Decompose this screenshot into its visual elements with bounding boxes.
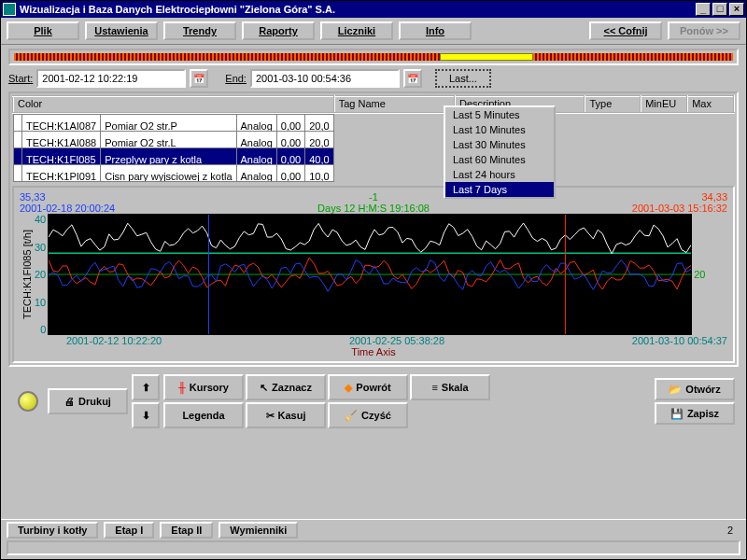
- menu-ustawienia[interactable]: Ustawienia: [85, 21, 158, 40]
- menu-liczniki[interactable]: Liczniki: [320, 21, 393, 40]
- app-window: Wizualizacja i Baza Danych Elektrociepło…: [0, 0, 747, 560]
- x-tick-left: 2001-02-12 10:22:20: [66, 335, 162, 346]
- dropdown-item[interactable]: Last 24 hours: [445, 167, 554, 182]
- main-panel: Color Tag Name Description Type MinEU Ma…: [8, 91, 739, 367]
- status-etap1[interactable]: Etap I: [104, 522, 154, 539]
- row-color: [14, 115, 22, 132]
- otworz-label: Otwórz: [685, 384, 720, 395]
- minimize-button[interactable]: _: [696, 3, 711, 16]
- chart-plot[interactable]: [48, 214, 692, 335]
- title-bar: Wizualizacja i Baza Danych Elektrociepło…: [1, 1, 746, 18]
- row-color: [14, 148, 22, 165]
- y-tick: 20: [35, 269, 46, 280]
- zaznacz-button[interactable]: ↖Zaznacz: [246, 374, 326, 400]
- scroll-up-button[interactable]: ⬆: [132, 374, 160, 400]
- window-title: Wizualizacja i Baza Danych Elektrociepło…: [20, 4, 694, 15]
- cursor-delta-ts: Days 12 H:M:S 19:16:08: [317, 203, 430, 214]
- chart-body: TECH:K1FI085 [t/h] 40 30 20 10 0: [20, 214, 727, 335]
- start-input[interactable]: 2001-02-12 10:22:19: [36, 69, 186, 88]
- save-icon: 💾: [670, 408, 684, 420]
- select-icon: ↖: [260, 382, 268, 394]
- menu-info[interactable]: Info: [399, 21, 472, 40]
- timeline-selection[interactable]: [440, 53, 533, 61]
- kasuj-label: Kasuj: [278, 410, 306, 421]
- powrot-button[interactable]: ◆Powrót: [328, 374, 408, 400]
- dropdown-item[interactable]: Last 60 Minutes: [445, 152, 554, 167]
- y-tick: 10: [35, 297, 46, 308]
- cursor-left-ts: 2001-02-18 20:00:24: [20, 203, 115, 214]
- timeline-strip[interactable]: [8, 49, 739, 65]
- col-type[interactable]: Type: [585, 96, 641, 113]
- row-color: [14, 165, 22, 182]
- timeline-hatch: [14, 53, 733, 61]
- menu-ponow[interactable]: Ponów >>: [668, 21, 740, 40]
- row-desc: Pomiar O2 str.L: [101, 132, 236, 148]
- kasuj-button[interactable]: ✂Kasuj: [246, 402, 326, 428]
- cursor-right-value: 34,33: [632, 191, 727, 203]
- col-max[interactable]: Max: [687, 96, 734, 113]
- menu-trendy[interactable]: Trendy: [163, 21, 236, 40]
- dropdown-item[interactable]: Last 30 Minutes: [445, 137, 554, 152]
- kursory-button[interactable]: ╫Kursory: [163, 374, 244, 400]
- maximize-button[interactable]: □: [712, 3, 727, 16]
- row-tag: TECH:K1AI088: [22, 132, 101, 148]
- row-max: 20,0: [305, 132, 333, 148]
- row-min: 0,00: [276, 132, 304, 148]
- return-icon: ◆: [345, 382, 352, 394]
- legenda-button[interactable]: Legenda: [163, 402, 244, 428]
- y-axis-ticks: 40 30 20 10 0: [35, 214, 48, 335]
- drukuj-button[interactable]: 🖨 Drukuj: [48, 388, 128, 414]
- dropdown-item[interactable]: Last 7 Days: [445, 182, 554, 197]
- tool-grid: ╫Kursory ↖Zaznacz ◆Powrót ≡Skala Legenda…: [163, 374, 490, 428]
- date-range-row: Start: 2001-02-12 10:22:19 End: 2001-03-…: [8, 69, 739, 88]
- content-area: Start: 2001-02-12 10:22:19 End: 2001-03-…: [1, 45, 746, 519]
- row-min: 0,00: [276, 115, 304, 132]
- powrot-label: Powrót: [356, 382, 390, 393]
- czysc-button[interactable]: 🧹Czyść: [328, 402, 408, 428]
- skala-button[interactable]: ≡Skala: [410, 374, 490, 400]
- last-dropdown-button[interactable]: Last...: [435, 69, 491, 88]
- calendar-icon: [407, 73, 418, 84]
- status-etap2[interactable]: Etap II: [160, 522, 213, 539]
- grid-header: Color Tag Name Description Type MinEU Ma…: [13, 96, 734, 113]
- cursor-right-info: 34,33 2001-03-03 15:16:32: [632, 191, 727, 214]
- row-desc: Cisn pary wyjsciowej z kotla: [101, 165, 236, 182]
- x-axis-ticks: 2001-02-12 10:22:20 2001-02-25 05:38:28 …: [20, 335, 727, 346]
- row-type: Analog: [236, 148, 276, 165]
- table-row[interactable]: TECH:K1FI085Przeplyw pary z kotlaAnalog0…: [14, 148, 334, 165]
- col-tag[interactable]: Tag Name: [334, 96, 455, 113]
- open-icon: 📂: [669, 384, 682, 396]
- row-max: 10,0: [305, 165, 333, 182]
- col-color[interactable]: Color: [13, 96, 334, 113]
- last-dropdown-menu[interactable]: Last 5 MinutesLast 10 MinutesLast 30 Min…: [444, 105, 556, 199]
- status-turbiny[interactable]: Turbiny i kotły: [7, 522, 98, 539]
- table-row[interactable]: TECH:K1AI087Pomiar O2 str.PAnalog0,0020,…: [14, 115, 334, 132]
- row-tag: TECH:K1FI085: [22, 148, 101, 165]
- otworz-button[interactable]: 📂Otwórz: [655, 378, 735, 400]
- col-min[interactable]: MinEU: [641, 96, 687, 113]
- start-calendar-button[interactable]: [190, 69, 208, 88]
- tag-grid: Color Tag Name Description Type MinEU Ma…: [12, 95, 735, 182]
- row-max: 20,0: [305, 115, 333, 132]
- row-desc: Przeplyw pary z kotla: [101, 148, 236, 165]
- row-color: [14, 132, 22, 148]
- end-calendar-button[interactable]: [403, 69, 422, 88]
- menu-cofnij[interactable]: << Cofnij: [589, 21, 662, 40]
- zapisz-button[interactable]: 💾Zapisz: [655, 402, 735, 425]
- table-row[interactable]: TECH:K1PI091Cisn pary wyjsciowej z kotla…: [14, 165, 334, 182]
- end-input[interactable]: 2001-03-10 00:54:36: [250, 69, 400, 88]
- menu-raporty[interactable]: Raporty: [242, 21, 315, 40]
- app-icon: [3, 3, 16, 16]
- cursor-left-value: 35,33: [20, 191, 115, 203]
- dropdown-item[interactable]: Last 5 Minutes: [445, 107, 554, 122]
- dropdown-item[interactable]: Last 10 Minutes: [445, 122, 554, 137]
- cursor-right-ts: 2001-03-03 15:16:32: [632, 203, 727, 214]
- scale-icon: ≡: [431, 382, 437, 393]
- menu-plik[interactable]: Plik: [7, 21, 79, 40]
- scroll-down-button[interactable]: ⬇: [132, 402, 160, 428]
- table-row[interactable]: TECH:K1AI088Pomiar O2 str.LAnalog0,0020,…: [14, 132, 334, 148]
- x-tick-right: 2001-03-10 00:54:37: [632, 335, 727, 346]
- status-wymienniki[interactable]: Wymienniki: [218, 522, 298, 539]
- close-button[interactable]: ×: [729, 3, 744, 16]
- row-min: 0,00: [276, 148, 304, 165]
